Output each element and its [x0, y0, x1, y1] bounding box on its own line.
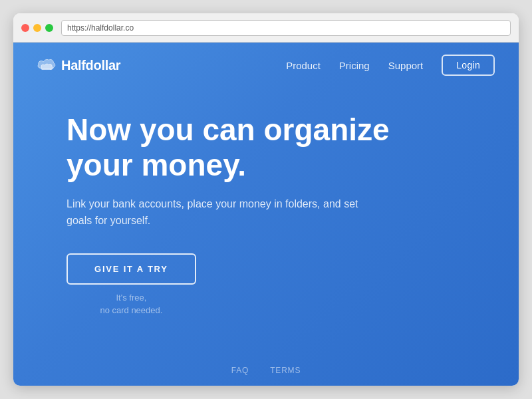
nav-product[interactable]: Product: [286, 60, 321, 71]
page-footer: FAQ TERMS: [13, 355, 519, 386]
minimize-button[interactable]: [33, 24, 41, 32]
browser-window: https://halfdollar.co Halfdollar Product…: [13, 13, 519, 386]
logo-area: Halfdollar: [37, 58, 120, 73]
logo-icon: [37, 59, 56, 72]
footer-faq[interactable]: FAQ: [231, 366, 249, 375]
address-bar[interactable]: https://halfdollar.co: [61, 20, 511, 36]
page-content: Halfdollar Product Pricing Support Login…: [13, 43, 519, 386]
maximize-button[interactable]: [45, 24, 53, 32]
hero-section: Now you can organize your money. Link yo…: [13, 88, 519, 355]
hero-headline: Now you can organize your money.: [66, 112, 412, 183]
url-text: https://halfdollar.co: [67, 23, 134, 33]
hero-subtext: Link your bank accounts, place your mone…: [66, 196, 359, 229]
cta-area: GIVE IT A TRY It's free, no card needed.: [66, 253, 196, 317]
navbar: Halfdollar Product Pricing Support Login: [13, 43, 519, 88]
logo-text: Halfdollar: [61, 58, 120, 73]
close-button[interactable]: [21, 24, 29, 32]
cta-sub-line2: no card needed.: [100, 305, 162, 315]
nav-links: Product Pricing Support Login: [286, 55, 495, 76]
cta-sub-line1: It's free,: [116, 293, 146, 303]
cta-button[interactable]: GIVE IT A TRY: [66, 253, 196, 285]
nav-support[interactable]: Support: [388, 60, 424, 71]
cta-subtext: It's free, no card needed.: [100, 291, 162, 317]
login-button[interactable]: Login: [442, 55, 495, 76]
traffic-lights: [21, 24, 53, 32]
nav-pricing[interactable]: Pricing: [339, 60, 370, 71]
browser-chrome: https://halfdollar.co: [13, 13, 519, 43]
footer-terms[interactable]: TERMS: [270, 366, 301, 375]
